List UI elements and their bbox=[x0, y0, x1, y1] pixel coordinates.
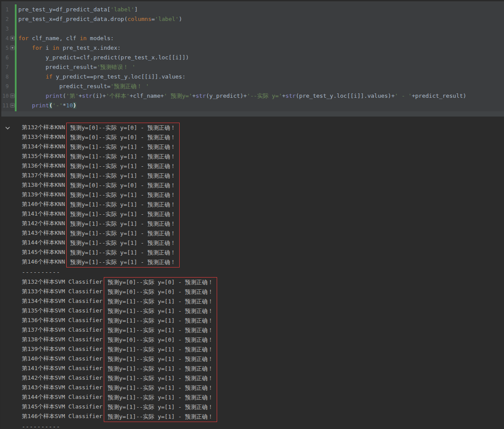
code-token: str bbox=[286, 93, 296, 99]
code-text: pre_test_x=df_predict_data.drop(columns=… bbox=[18, 14, 182, 24]
gutter-icon-cell: ▾ bbox=[10, 43, 15, 53]
code-token: if bbox=[46, 73, 53, 80]
fold-end-icon[interactable]: − bbox=[10, 93, 15, 98]
sample-label: 第141个样本SVM Classifier bbox=[22, 364, 102, 373]
collapse-chevron-icon[interactable] bbox=[5, 125, 10, 131]
section-divider: ---------- bbox=[22, 422, 504, 429]
sample-label-column: 第132个样本KNN第133个样本KNN第134个样本KNN第135个样本KNN… bbox=[22, 123, 65, 267]
prediction-result: 预测y=[1]--实际 y=[1] - 预测正确！ bbox=[70, 209, 176, 219]
code-text: print('-'*10) bbox=[18, 101, 76, 110]
code-line[interactable]: 10− print('第'+str(i)+'个样本'+clf_name+' 预测… bbox=[1, 91, 504, 101]
prediction-result: 预测y=[1]--实际 y=[1] - 预测正确！ bbox=[70, 229, 176, 238]
prediction-result: 预测y=[1]--实际 y=[1] - 预测正确！ bbox=[108, 345, 213, 354]
gutter-icon-cell bbox=[10, 5, 15, 14]
prediction-result: 预测y=[1]--实际 y=[1] - 预测正确！ bbox=[108, 297, 213, 306]
prediction-result: 预测y=[0]--实际 y=[0] - 预测正确！ bbox=[70, 181, 176, 190]
fold-start-icon[interactable]: ▾ bbox=[10, 36, 15, 41]
code-line[interactable]: 7 predict_result='预测错误！ ' bbox=[1, 62, 504, 72]
code-token: 'label' bbox=[110, 6, 134, 13]
prediction-result: 预测y=[1]--实际 y=[1] - 预测正确！ bbox=[108, 316, 213, 326]
gutter-icon-cell: − bbox=[10, 101, 15, 110]
code-line[interactable]: 5▾ for i in pre_test_x.index: bbox=[1, 43, 504, 53]
code-line[interactable]: 2pre_test_x=df_predict_data.drop(columns… bbox=[1, 14, 504, 24]
code-line[interactable]: 1pre_test_y=df_predict_data['label'] bbox=[1, 5, 504, 14]
fold-end-icon[interactable]: − bbox=[10, 103, 15, 108]
code-token: 'label' bbox=[155, 16, 179, 22]
code-line[interactable]: 9 predict_result='预测正确！ ' bbox=[1, 82, 504, 91]
code-token: pre_test_x=df_predict_data.drop( bbox=[18, 16, 127, 22]
run-console[interactable]: 第132个样本KNN第133个样本KNN第134个样本KNN第135个样本KNN… bbox=[1, 117, 504, 429]
prediction-result: 预测y=[1]--实际 y=[1] - 预测正确！ bbox=[108, 374, 213, 383]
fold-start-icon[interactable]: ▾ bbox=[10, 45, 15, 50]
prediction-result: 预测y=[1]--实际 y=[1] - 预测正确！ bbox=[108, 326, 213, 335]
code-token bbox=[18, 73, 46, 80]
code-line[interactable]: 4▾for clf_name, clf in models: bbox=[1, 34, 504, 43]
code-token: predict_result= bbox=[18, 64, 97, 70]
code-line[interactable]: 8 if y_predict==pre_test_y.loc[[i]].valu… bbox=[1, 72, 504, 82]
prediction-result: 预测y=[1]--实际 y=[1] - 预测正确！ bbox=[70, 200, 176, 209]
sample-label: 第133个样本KNN bbox=[22, 132, 65, 142]
sample-label: 第139个样本SVM Classifier bbox=[22, 344, 102, 354]
section-divider: ---------- bbox=[22, 268, 504, 277]
sample-label: 第140个样本SVM Classifier bbox=[22, 354, 102, 364]
code-text: predict_result='预测正确！ ' bbox=[18, 82, 149, 91]
line-number: 6 bbox=[1, 53, 9, 62]
gutter-icon-cell bbox=[10, 72, 15, 82]
gutter-icon-cell bbox=[10, 62, 15, 72]
code-token: +predict_result) bbox=[412, 93, 466, 99]
code-token: print bbox=[46, 93, 63, 99]
prediction-result: 预测y=[0]--实际 y=[0] - 预测正确！ bbox=[108, 287, 213, 297]
prediction-result: 预测y=[1]--实际 y=[1] - 预测正确！ bbox=[70, 152, 176, 161]
code-token: clf_name, clf bbox=[28, 35, 79, 41]
sample-label: 第142个样本SVM Classifier bbox=[22, 373, 102, 383]
code-token: ' - ' bbox=[395, 93, 412, 99]
sample-label: 第145个样本KNN bbox=[22, 247, 65, 257]
code-token: str bbox=[196, 93, 206, 99]
prediction-result: 预测y=[1]--实际 y=[1] - 预测正确！ bbox=[70, 142, 176, 152]
code-token: ( bbox=[63, 93, 66, 99]
code-token: 10 bbox=[66, 102, 73, 109]
code-text: predict_result='预测错误！ ' bbox=[18, 62, 136, 72]
prediction-result: 预测y=[1]--实际 y=[1] - 预测正确！ bbox=[70, 257, 176, 267]
prediction-annotation-box: 预测y=[0]--实际 y=[0] - 预测正确！预测y=[0]--实际 y=[… bbox=[104, 277, 217, 422]
code-token: + bbox=[192, 93, 196, 99]
prediction-result: 预测y=[1]--实际 y=[1] - 预测正确！ bbox=[70, 190, 176, 200]
code-token: predict_result= bbox=[18, 83, 110, 89]
code-token: +clf_name+ bbox=[130, 93, 164, 99]
code-text: if y_predict==pre_test_y.loc[[i]].values… bbox=[18, 72, 186, 82]
pane-splitter[interactable] bbox=[1, 111, 504, 117]
sample-label: 第143个样本SVM Classifier bbox=[22, 383, 102, 392]
code-token: + bbox=[282, 93, 286, 99]
prediction-result: 预测y=[1]--实际 y=[1] - 预测正确！ bbox=[70, 248, 176, 257]
code-text: for i in pre_test_x.index: bbox=[18, 43, 121, 53]
code-token: ] bbox=[134, 6, 138, 13]
code-token: y_predict==pre_test_y.loc[[i]].values: bbox=[52, 73, 185, 80]
sample-label: 第144个样本SVM Classifier bbox=[22, 392, 102, 402]
output-section-svm-classifier: 第132个样本SVM Classifier第133个样本SVM Classifi… bbox=[22, 277, 504, 422]
code-line[interactable]: 3 bbox=[1, 24, 504, 34]
code-token: = bbox=[151, 16, 155, 22]
gutter-icon-cell: − bbox=[10, 91, 15, 101]
code-line[interactable]: 11− print('-'*10) bbox=[1, 101, 504, 110]
code-token: + bbox=[78, 93, 82, 99]
line-number: 3 bbox=[1, 24, 9, 34]
code-token bbox=[18, 102, 32, 109]
sample-label: 第137个样本KNN bbox=[22, 171, 65, 180]
code-token: * bbox=[63, 102, 66, 109]
code-token bbox=[18, 93, 46, 99]
code-editor[interactable]: 1pre_test_y=df_predict_data['label']2pre… bbox=[1, 1, 504, 111]
code-token: ' 预测y=' bbox=[164, 93, 192, 99]
code-token bbox=[18, 45, 32, 51]
code-lines: 1pre_test_y=df_predict_data['label']2pre… bbox=[1, 5, 504, 110]
sample-label: 第144个样本KNN bbox=[22, 238, 65, 247]
line-number: 8 bbox=[1, 72, 9, 82]
line-number: 11 bbox=[1, 101, 9, 110]
code-line[interactable]: 6 y_predict=clf.predict(pre_test_x.loc[[… bbox=[1, 53, 504, 62]
code-token: columns bbox=[127, 16, 151, 22]
ide-window: 1pre_test_y=df_predict_data['label']2pre… bbox=[0, 0, 504, 429]
prediction-result: 预测y=[1]--实际 y=[1] - 预测正确！ bbox=[70, 161, 176, 171]
sample-label: 第136个样本KNN bbox=[22, 161, 65, 171]
prediction-result: 预测y=[1]--实际 y=[1] - 预测正确！ bbox=[108, 412, 213, 422]
sample-label: 第143个样本KNN bbox=[22, 228, 65, 238]
code-token: (i)+ bbox=[92, 93, 106, 99]
